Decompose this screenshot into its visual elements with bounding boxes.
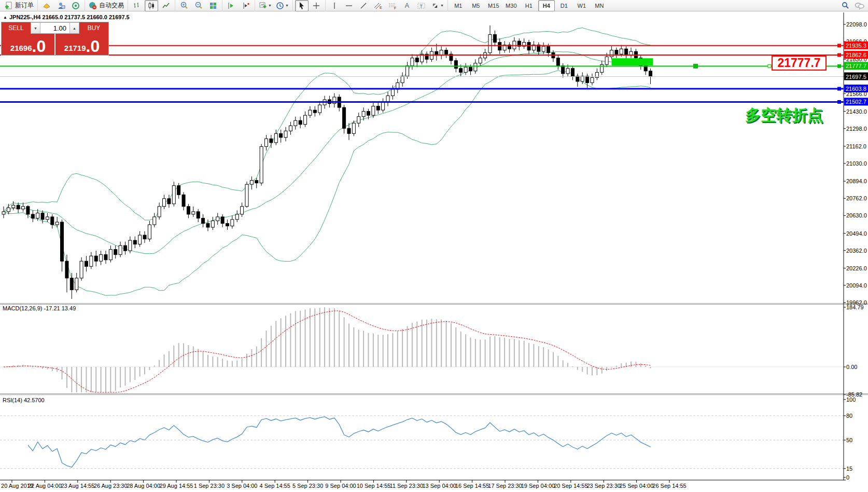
vertical-line-button[interactable] (328, 0, 341, 11)
candle-body (406, 66, 409, 76)
timeframe-h4[interactable]: H4 (538, 0, 555, 11)
callout-anchor-handle[interactable] (768, 64, 771, 67)
level-endpoint-handle[interactable] (837, 87, 841, 91)
autotrade-button[interactable]: 自动交易 (87, 0, 125, 11)
candle-body (347, 128, 351, 133)
buy-price-big-digit: .0 (86, 39, 100, 53)
navigator-button[interactable] (69, 0, 82, 11)
volume-increase-button[interactable]: ▲ (69, 22, 79, 34)
level-endpoint-handle[interactable] (837, 53, 841, 57)
candle-body (279, 133, 283, 138)
level-endpoint-handle[interactable] (837, 44, 841, 47)
arrows-button[interactable]: ▼ (429, 0, 445, 11)
time-axis-label: 28 Aug 04:00 (127, 483, 160, 489)
profiles-button[interactable]: ▼ (274, 0, 290, 11)
candle-body (235, 214, 239, 220)
new-chart-icon (259, 2, 267, 10)
candle-body (216, 217, 219, 221)
text-label-icon: T (417, 2, 426, 10)
candle-body (498, 43, 501, 50)
pane-separator[interactable] (0, 393, 868, 394)
candle-body (100, 255, 103, 262)
candle-body (372, 106, 375, 116)
timeframe-h1[interactable]: H1 (521, 0, 537, 11)
timeframe-m15[interactable]: M15 (485, 0, 502, 11)
crosshair-button[interactable] (310, 0, 323, 11)
candle-body (163, 199, 166, 207)
arrows-dropdown-arrow: ▼ (440, 4, 444, 7)
volume-input[interactable]: 1.00 (40, 22, 69, 34)
candle-body (94, 256, 97, 261)
chart-area[interactable]: 22098.021966.021830.021698.021566.021430… (0, 0, 868, 492)
timeframe-d1[interactable]: D1 (556, 0, 572, 11)
autotrade-label: 自动交易 (99, 1, 124, 10)
candle-body (226, 223, 229, 226)
pane-separator[interactable] (0, 303, 868, 304)
candle-body (250, 181, 253, 185)
candlestick-chart-button[interactable] (145, 0, 158, 11)
y-axis-tick-label: 21298.0 (846, 126, 867, 132)
candle-body (75, 278, 78, 290)
candle-body (270, 139, 273, 143)
toolbar-group-cursor (292, 0, 325, 11)
data-window-button[interactable] (54, 0, 68, 11)
axis-price-flag-label: 21777.7 (846, 63, 866, 69)
text-button[interactable]: A (400, 0, 414, 11)
axis-price-flag-label: 21862.6 (846, 52, 866, 58)
candle-body (391, 89, 394, 96)
pane-separator[interactable] (0, 394, 868, 395)
candle-body (566, 69, 569, 74)
trendline-button[interactable] (357, 0, 370, 11)
symbol-info-line: ▲JPN225-,H4 21665.0 21737.5 21660.0 2169… (3, 14, 130, 20)
chat-button[interactable] (853, 0, 866, 11)
candle-body (313, 110, 316, 113)
shift-chart-button[interactable] (225, 0, 238, 11)
new-chart-dropdown-arrow: ▼ (268, 4, 272, 7)
fibonacci-button[interactable]: F (386, 0, 399, 11)
sell-button[interactable]: 21696.0 (2, 34, 54, 55)
chat-icon (855, 2, 865, 10)
timeframe-mn[interactable]: MN (591, 0, 608, 11)
timeframe-m30[interactable]: M30 (503, 0, 520, 11)
zoom-out-button[interactable] (192, 0, 205, 11)
line-chart-button[interactable] (159, 0, 173, 11)
vertical-line-icon (331, 2, 338, 10)
buy-button[interactable]: 21719.0 (55, 34, 108, 55)
highlight-zone-rect[interactable] (612, 58, 653, 65)
new-order-button[interactable]: 新订单 (3, 0, 35, 11)
candle-body (289, 126, 292, 131)
level-center-handle[interactable] (693, 64, 698, 69)
zoom-in-button[interactable] (177, 0, 191, 11)
equidistant-channel-button[interactable]: E (371, 0, 385, 11)
candle-body (12, 205, 15, 208)
collapse-panel-icon[interactable]: ▲ (3, 15, 7, 20)
market-watch-button[interactable] (40, 0, 53, 11)
search-button[interactable] (838, 0, 852, 11)
candle-body (187, 207, 190, 214)
new-chart-button[interactable]: ▼ (257, 0, 273, 11)
timeframe-w1[interactable]: W1 (573, 0, 590, 11)
cursor-button[interactable] (295, 0, 309, 11)
autoscroll-button[interactable] (239, 0, 253, 11)
level-endpoint-handle[interactable] (837, 64, 841, 68)
timeframe-m5[interactable]: M5 (468, 0, 484, 11)
candle-body (464, 67, 467, 72)
arrows-icon (431, 2, 439, 10)
level-endpoint-handle[interactable] (837, 100, 841, 104)
horizontal-line-button[interactable] (342, 0, 356, 11)
bar-chart-button[interactable] (130, 0, 144, 11)
price-callout-box[interactable]: 21777.7 (772, 56, 827, 71)
rsi-axis-label: 50 (846, 437, 852, 443)
candle-body (70, 278, 73, 290)
rsi-line (28, 417, 651, 467)
axis-price-flag-label: 21697.5 (846, 74, 866, 80)
candle-body (90, 256, 93, 266)
candle-body (591, 77, 594, 83)
toolbar: 新订单 自动交易 ▼ ▼ E F A T (0, 0, 868, 11)
pane-separator[interactable] (0, 304, 868, 305)
text-label-button[interactable]: T (415, 0, 428, 11)
tile-windows-button[interactable] (206, 0, 220, 11)
volume-decrease-button[interactable]: ▼ (31, 22, 40, 34)
candle-body (488, 35, 492, 53)
timeframe-m1[interactable]: M1 (450, 0, 467, 11)
